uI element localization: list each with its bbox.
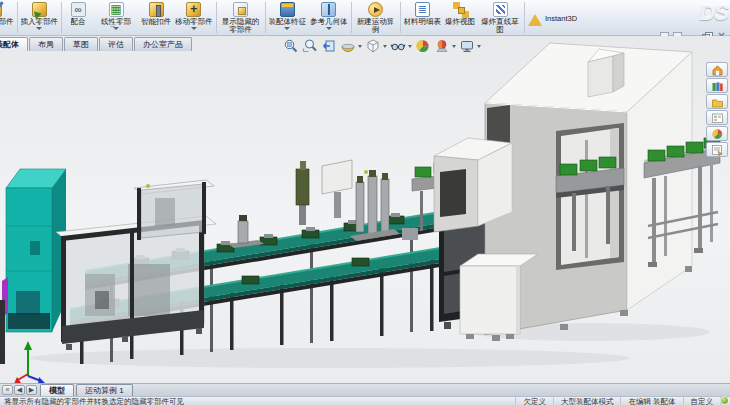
instant3d-button[interactable]: Instant3D	[526, 0, 579, 35]
zoom-to-area-icon[interactable]	[301, 37, 319, 54]
task-pane-strip	[706, 62, 728, 157]
view-orientation-icon[interactable]	[364, 37, 382, 54]
assembly-3d-model[interactable]	[0, 36, 730, 383]
chevron-down-icon[interactable]	[452, 45, 456, 50]
button-label: 编辑零部件	[0, 18, 14, 26]
tab-motion-study-1[interactable]: 运动算例 1	[76, 384, 133, 396]
edit-appearance-icon[interactable]	[414, 37, 432, 54]
assembly-features-button[interactable]: 装配体特征	[267, 0, 309, 35]
chevron-down-icon[interactable]	[383, 45, 387, 50]
large-assembly-mode-indicator: 大型装配体模式	[553, 397, 621, 405]
chevron-down-icon[interactable]	[358, 45, 362, 50]
bill-of-materials-button[interactable]: 材料明细表	[402, 0, 444, 35]
view-settings-icon[interactable]	[458, 37, 476, 54]
apply-scene-icon[interactable]	[433, 37, 451, 54]
instant3d-icon	[528, 14, 542, 26]
toolbar-separator	[400, 2, 401, 33]
define-state: 欠定义	[515, 397, 553, 405]
new-motion-study-icon	[368, 2, 383, 17]
linear-pattern-icon	[109, 2, 124, 17]
linear-pattern-button[interactable]: 线性零部件...	[93, 0, 139, 35]
command-manager: 编辑零部件 插入零部件 配合 线性零部件... 智能扣件 移动零部件 显示隐藏的…	[0, 0, 730, 36]
edit-component-icon	[0, 2, 2, 17]
headsup-view-toolbar	[282, 37, 482, 54]
left-station-frame[interactable]	[56, 216, 216, 350]
mate-button[interactable]: 配合	[63, 0, 93, 35]
toolbar-separator	[524, 2, 525, 33]
edit-component-button[interactable]: 编辑零部件	[0, 0, 16, 35]
view-palette-icon[interactable]	[706, 110, 728, 125]
custom-properties-icon[interactable]	[706, 142, 728, 157]
tab-scroll-next-button[interactable]	[26, 385, 37, 395]
exploded-view-icon	[453, 2, 468, 17]
customize-status[interactable]: 自定义	[683, 397, 721, 405]
section-view-icon[interactable]	[339, 37, 357, 54]
move-component-icon	[186, 2, 201, 17]
exploded-view-button[interactable]: 爆炸视图	[443, 0, 477, 35]
tab-scroll-first-button[interactable]	[2, 385, 13, 395]
appearances-scenes-icon[interactable]	[706, 126, 728, 141]
previous-view-icon[interactable]	[320, 37, 338, 54]
toolbar-separator	[17, 2, 18, 33]
dassault-systemes-logo: DS	[699, 0, 728, 26]
toolbar-separator	[216, 2, 217, 33]
origin-triad	[14, 341, 45, 383]
insert-component-icon	[32, 2, 47, 17]
document-tab-bar: 模型 运动算例 1	[0, 383, 730, 396]
resource-monitor-icon	[720, 396, 729, 405]
status-message: 将显示所有隐藏的零部件并转换选定的隐藏零部件可见	[0, 397, 515, 405]
explode-line-sketch-icon	[493, 2, 508, 17]
smart-fasteners-icon	[149, 2, 164, 17]
toolbar-separator	[351, 2, 352, 33]
tab-sketch[interactable]: 草图	[64, 37, 98, 51]
electrical-cabinet[interactable]	[2, 169, 66, 332]
status-bar: 将显示所有隐藏的零部件并转换选定的隐藏零部件可见 欠定义 大型装配体模式 在编辑…	[0, 396, 730, 405]
file-explorer-icon[interactable]	[706, 94, 728, 109]
explode-line-sketch-button[interactable]: 爆炸直线草图	[477, 0, 523, 35]
editing-status: 在编辑 装配体	[620, 397, 682, 405]
bill-of-materials-icon	[415, 2, 430, 17]
mate-icon	[71, 2, 86, 17]
left-edge-structure[interactable]	[0, 300, 5, 364]
tab-assembly[interactable]: 装配体	[0, 37, 28, 51]
smart-fasteners-button[interactable]: 智能扣件	[139, 0, 173, 35]
show-hidden-components-icon	[233, 2, 248, 17]
design-library-icon[interactable]	[706, 78, 728, 93]
chevron-down-icon[interactable]	[477, 45, 481, 50]
solidworks-resources-icon[interactable]	[706, 62, 728, 77]
zoom-to-fit-icon[interactable]	[282, 37, 300, 54]
graphics-area[interactable]	[0, 36, 730, 383]
toolbar-separator	[265, 2, 266, 33]
toolbar-separator	[61, 2, 62, 33]
tab-scroll-prev-button[interactable]	[14, 385, 25, 395]
insert-component-button[interactable]: 插入零部件	[19, 0, 61, 35]
tab-layout[interactable]: 布局	[29, 37, 63, 51]
tab-model[interactable]: 模型	[40, 384, 74, 396]
reference-geometry-icon	[321, 2, 336, 17]
tab-office-products[interactable]: 办公室产品	[134, 37, 192, 51]
new-motion-study-button[interactable]: 新建运动算例	[353, 0, 399, 35]
tab-evaluate[interactable]: 评估	[99, 37, 133, 51]
assembly-features-icon	[280, 2, 295, 17]
reference-geometry-button[interactable]: 参考几何体	[308, 0, 350, 35]
show-hidden-components-button[interactable]: 显示隐藏的零部件	[218, 0, 264, 35]
hide-show-items-icon[interactable]	[389, 37, 407, 54]
solidworks-window: 编辑零部件 插入零部件 配合 线性零部件... 智能扣件 移动零部件 显示隐藏的…	[0, 0, 730, 405]
move-component-button[interactable]: 移动零部件	[173, 0, 215, 35]
ribbon-tab-row: 装配体 布局 草图 评估 办公室产品	[0, 36, 300, 51]
clear-panel-tower[interactable]	[134, 180, 214, 240]
chevron-down-icon[interactable]	[408, 45, 412, 50]
